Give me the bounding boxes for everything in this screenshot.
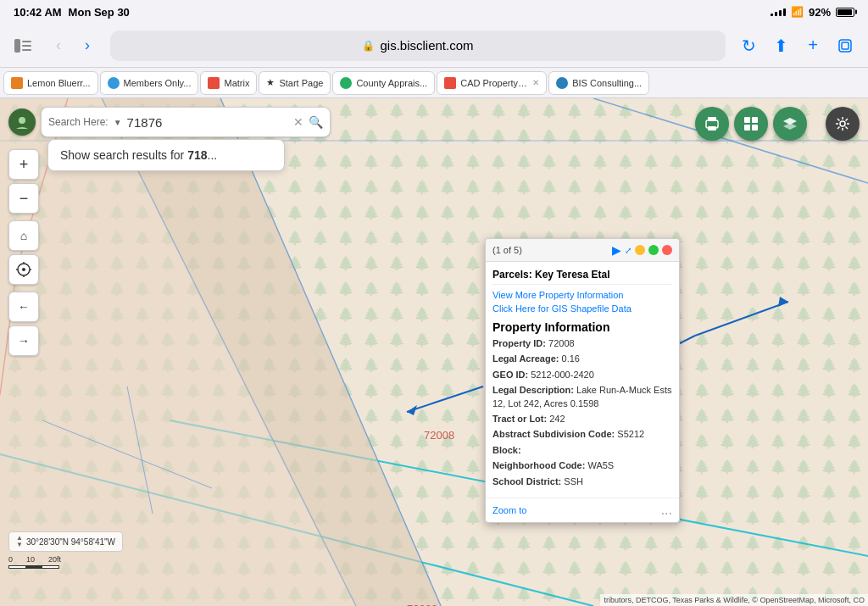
scale-label-0: 0 xyxy=(8,555,13,564)
tabs-button[interactable] xyxy=(832,33,858,58)
popup-maximize-button[interactable] xyxy=(648,245,659,255)
property-popup: (1 of 5) ▶ ⤢ Parcels: Key Teresa Etal Vi… xyxy=(485,238,680,523)
popup-more-info-link[interactable]: View More Property Information xyxy=(492,290,672,300)
popup-geo-id-value: 5212-000-2420 xyxy=(531,370,594,380)
tab-lemon[interactable]: Lemon Bluerr... xyxy=(3,71,98,95)
address-text: gis.bisclient.com xyxy=(380,38,473,53)
popup-property-id-value: 72008 xyxy=(548,338,575,348)
popup-tract-value: 242 xyxy=(549,414,565,424)
popup-prev-button[interactable]: ▶ xyxy=(612,243,621,257)
search-container[interactable]: Search Here: ▼ ✕ 🔍 xyxy=(41,107,331,137)
home-button[interactable]: ⌂ xyxy=(8,220,39,251)
tab-label-lemon: Lemon Bluerr... xyxy=(27,78,91,88)
map-search-area: Search Here: ▼ ✕ 🔍 xyxy=(8,107,331,137)
tab-matrix[interactable]: Matrix xyxy=(200,71,257,95)
coordinate-display: ▲ ▼ 30°28'30"N 94°58'41"W xyxy=(8,531,123,552)
tab-label-matrix: Matrix xyxy=(224,78,249,88)
time-display: 10:42 AM xyxy=(14,6,62,19)
search-go-button[interactable]: 🔍 xyxy=(309,115,323,129)
tab-label-cad: CAD Property S... xyxy=(460,78,528,88)
reload-button[interactable]: ↻ xyxy=(736,33,761,58)
layers-button[interactable] xyxy=(773,107,807,141)
svg-rect-39 xyxy=(744,125,750,131)
settings-button[interactable] xyxy=(826,107,860,141)
print-button[interactable] xyxy=(695,107,729,141)
grid-view-button[interactable] xyxy=(734,107,768,141)
popup-abstract-value: S5212 xyxy=(617,429,644,439)
tab-start[interactable]: ★ Start Page xyxy=(259,71,331,95)
browser-chrome: ‹ › 🔒 gis.bisclient.com ↻ ⬆ + xyxy=(0,24,868,68)
popup-neighborhood: Neighborhood Code: WA5S xyxy=(492,459,672,472)
map-toolbar-right xyxy=(695,107,860,141)
back-button[interactable]: ‹ xyxy=(46,33,71,58)
popup-footer: Zoom to ... xyxy=(486,498,679,522)
pan-forward-button[interactable]: → xyxy=(8,325,39,356)
svg-line-50 xyxy=(846,119,849,121)
search-input[interactable] xyxy=(127,115,288,130)
popup-geo-id: GEO ID: 5212-000-2420 xyxy=(492,369,672,381)
popup-school: School District: SSH xyxy=(492,475,672,488)
tab-members[interactable]: Members Only... xyxy=(100,71,199,95)
popup-zoom-button[interactable]: Zoom to xyxy=(492,505,526,515)
tab-favicon-bis xyxy=(556,77,568,89)
svg-marker-42 xyxy=(783,123,797,130)
popup-more-button[interactable]: ... xyxy=(661,503,672,518)
search-suggestion-dropdown[interactable]: Show search results for 718... xyxy=(47,139,285,171)
tab-label-bis: BIS Consulting... xyxy=(572,78,642,88)
new-tab-button[interactable]: + xyxy=(800,33,826,58)
tab-label-county: County Apprais... xyxy=(356,78,427,88)
share-button[interactable]: ⬆ xyxy=(768,33,793,58)
svg-rect-37 xyxy=(744,117,750,123)
location-button[interactable] xyxy=(8,254,39,285)
popup-shapefile-link[interactable]: Click Here for GIS Shapefile Data xyxy=(492,303,672,314)
popup-block: Block: xyxy=(492,444,672,457)
popup-minimize-button[interactable] xyxy=(635,245,645,255)
popup-legal-acreage: Legal Acreage: 0.16 xyxy=(492,353,672,365)
coord-down-arrow: ▼ xyxy=(16,542,23,548)
search-dropdown-arrow[interactable]: ▼ xyxy=(114,118,122,127)
gis-avatar xyxy=(8,108,36,136)
tab-bis[interactable]: BIS Consulting... xyxy=(548,71,649,95)
popup-counter: (1 of 5) xyxy=(492,245,522,255)
svg-rect-38 xyxy=(752,117,758,123)
scale-segment-1 xyxy=(8,565,25,569)
popup-close-button[interactable] xyxy=(662,245,672,255)
svg-rect-40 xyxy=(752,125,758,131)
popup-header: (1 of 5) ▶ ⤢ xyxy=(486,239,679,262)
search-clear-button[interactable]: ✕ xyxy=(293,115,303,129)
browser-nav-buttons: ‹ › xyxy=(46,33,100,58)
svg-point-36 xyxy=(715,123,718,125)
tab-favicon-county xyxy=(340,77,352,89)
popup-body: Parcels: Key Teresa Etal View More Prope… xyxy=(486,262,679,498)
map-attribution: tributors, DETCOG, Texas Parks & Wildlif… xyxy=(600,594,868,606)
wifi-icon: 📶 xyxy=(791,6,804,18)
tab-favicon-matrix xyxy=(208,77,220,89)
address-bar[interactable]: 🔒 gis.bisclient.com xyxy=(110,31,726,61)
parcel-label-72008: 72008 xyxy=(424,429,454,442)
scale-line xyxy=(8,565,61,569)
date-display: Mon Sep 30 xyxy=(69,6,130,19)
popup-legal-acreage-value: 0.16 xyxy=(562,353,580,364)
sidebar-toggle-button[interactable] xyxy=(10,33,36,58)
tab-close-cad[interactable]: ✕ xyxy=(532,78,539,87)
scale-segment-3 xyxy=(42,565,59,569)
battery-icon xyxy=(836,8,854,17)
tab-cad[interactable]: CAD Property S... ✕ xyxy=(437,71,547,95)
zoom-in-button[interactable]: + xyxy=(8,149,39,180)
forward-button[interactable]: › xyxy=(75,33,100,58)
svg-line-49 xyxy=(846,127,849,130)
signal-icon xyxy=(771,8,786,16)
map-container[interactable]: 🌲 72008 72009 xyxy=(0,98,868,606)
popup-expand-button[interactable]: ⤢ xyxy=(625,246,632,255)
coord-nav-arrows: ▲ ▼ xyxy=(16,535,23,548)
svg-rect-35 xyxy=(708,117,716,121)
scale-labels: 0 10 20ft xyxy=(8,555,61,564)
tab-county[interactable]: County Apprais... xyxy=(332,71,435,95)
tab-favicon-cad xyxy=(444,77,456,89)
scale-segment-2 xyxy=(25,565,42,569)
map-background: 🌲 xyxy=(0,98,868,606)
zoom-out-button[interactable]: − xyxy=(8,183,39,214)
svg-line-48 xyxy=(837,119,840,121)
pan-back-button[interactable]: ← xyxy=(8,292,39,322)
coordinates-text: 30°28'30"N 94°58'41"W xyxy=(26,537,115,547)
